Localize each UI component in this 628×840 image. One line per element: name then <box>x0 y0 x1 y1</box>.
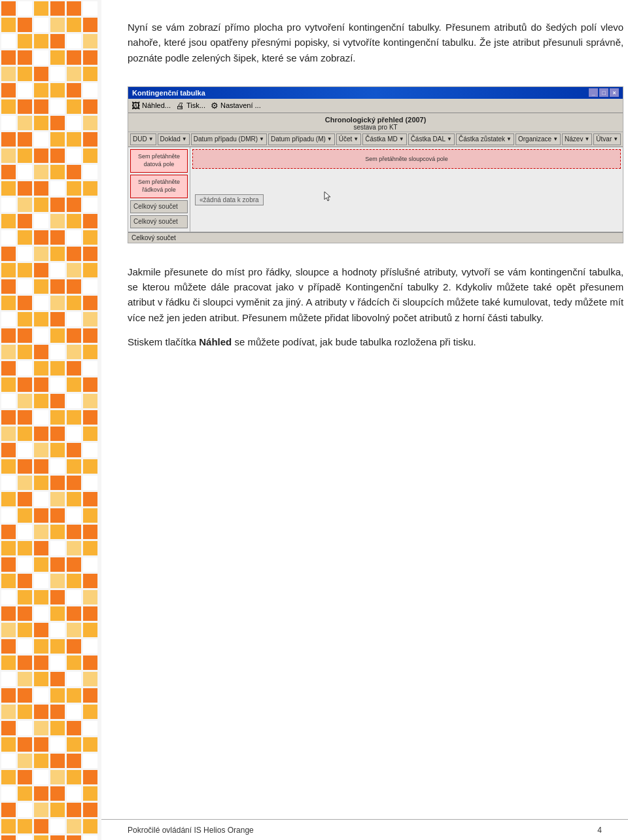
grid-cell <box>1 557 16 572</box>
grid-cell <box>50 312 65 326</box>
col-hdr-doklad[interactable]: Doklad ▼ <box>158 133 190 145</box>
grid-cell <box>83 590 97 604</box>
maximize-button[interactable]: □ <box>599 88 608 97</box>
settings-icon: ⚙ <box>211 101 218 111</box>
grid-cell <box>34 656 48 670</box>
grid-cell <box>1 508 16 523</box>
grid-cell <box>67 263 81 277</box>
grid-cell <box>67 737 81 752</box>
grid-cell <box>1 574 16 588</box>
drag-data-area: «žádná data k zobra <box>192 171 621 230</box>
grid-cell <box>34 835 48 840</box>
drag-total-left2: Celkový součet <box>130 215 188 228</box>
close-button[interactable]: × <box>610 88 619 97</box>
grid-cell <box>83 99 97 114</box>
drag-row2-field[interactable]: Sem přetáhněte řádková pole <box>130 175 188 198</box>
grid-cell <box>50 459 65 474</box>
col-hdr-castka-md[interactable]: Částka MD ▼ <box>362 133 406 145</box>
grid-cell <box>34 377 48 392</box>
grid-cell <box>67 328 81 343</box>
grid-cell <box>34 50 48 65</box>
grid-cell <box>1 50 16 65</box>
grid-cell <box>1 361 16 376</box>
grid-cell <box>18 394 32 408</box>
grid-cell <box>50 770 65 784</box>
col-hdr-nazev[interactable]: Název ▼ <box>562 133 592 145</box>
grid-cell <box>50 557 65 572</box>
grid-cell <box>1 1 16 16</box>
grid-cell <box>83 312 97 326</box>
grid-cell <box>83 525 97 539</box>
grid-cell <box>67 34 81 48</box>
grid-cell <box>34 443 48 457</box>
col-hdr-datum-m[interactable]: Datum případu (M) ▼ <box>268 133 335 145</box>
grid-cell <box>1 165 16 179</box>
total-bottom-label: Celkový součet <box>131 234 176 241</box>
grid-cell <box>67 688 81 703</box>
grid-cell <box>83 50 97 65</box>
grid-cell <box>1 492 16 506</box>
grid-cell <box>1 786 16 801</box>
grid-cell <box>34 410 48 425</box>
grid-cell <box>67 541 81 555</box>
grid-cell <box>67 247 81 261</box>
drag-row-field[interactable]: Sem přetáhněte datová pole <box>130 149 188 173</box>
col-hdr-datum-dmr[interactable]: Datum případu (DMR) ▼ <box>191 133 267 145</box>
grid-cell <box>50 67 65 81</box>
toolbar-preview-button[interactable]: 🖼 Náhled... <box>131 101 171 111</box>
grid-cell <box>83 492 97 506</box>
col-castka-md-arrow: ▼ <box>399 136 404 142</box>
col-hdr-dud[interactable]: DUD ▼ <box>130 133 156 145</box>
col-hdr-castka-zustatek-label: Částka zůstatek <box>459 135 505 143</box>
toolbar-print-button[interactable]: 🖨 Tisk... <box>176 101 205 111</box>
drag-total-left: Celkový součet <box>130 200 188 213</box>
window-title: Kontingenční tabulka <box>132 89 205 97</box>
col-hdr-castka-zustatek[interactable]: Částka zůstatek ▼ <box>456 133 514 145</box>
grid-cell <box>50 99 65 114</box>
grid-cell <box>50 705 65 719</box>
grid-cell <box>18 279 32 294</box>
window-titlebar: Kontingenční tabulka _ □ × <box>128 87 623 99</box>
minimize-button[interactable]: _ <box>589 88 598 97</box>
report-subtitle: sestava pro KT <box>128 124 623 131</box>
grid-cell <box>18 492 32 506</box>
grid-cell <box>34 688 48 703</box>
grid-cell <box>67 377 81 392</box>
grid-cell <box>83 247 97 261</box>
grid-cell <box>83 165 97 179</box>
grid-cell <box>34 198 48 212</box>
grid-cell <box>50 116 65 130</box>
grid-cell <box>34 606 48 621</box>
col-hdr-ucet[interactable]: Účet ▼ <box>336 133 361 145</box>
grid-cell <box>18 149 32 163</box>
grid-cell <box>83 18 97 32</box>
drag-row2-field-label: Sem přetáhněte řádková pole <box>133 179 184 194</box>
grid-cell <box>67 181 81 196</box>
grid-cell <box>34 312 48 326</box>
grid-cell <box>83 754 97 768</box>
grid-cell <box>1 116 16 130</box>
grid-cell <box>34 230 48 245</box>
footer-left: Pokročilé ovládání IS Helios Orange <box>128 826 254 835</box>
grid-cell <box>18 361 32 376</box>
grid-cell <box>18 623 32 637</box>
col-hdr-castka-dal[interactable]: Částka DAL ▼ <box>408 133 455 145</box>
grid-cell <box>67 803 81 817</box>
grid-cell <box>67 1 81 16</box>
toolbar-settings-button[interactable]: ⚙ Nastavení ... <box>211 101 261 111</box>
grid-cell <box>34 247 48 261</box>
grid-cell <box>67 394 81 408</box>
col-hdr-utvar[interactable]: Útvar ▼ <box>593 133 621 145</box>
grid-cell <box>83 770 97 784</box>
grid-cell <box>83 476 97 490</box>
grid-cell <box>1 623 16 637</box>
grid-cell <box>50 476 65 490</box>
drag-col-field[interactable]: Sem přetáhněte sloupcová pole <box>192 149 621 169</box>
grid-cell <box>83 198 97 212</box>
grid-cell <box>67 296 81 310</box>
grid-cell <box>50 296 65 310</box>
grid-cell <box>50 1 65 16</box>
grid-cell <box>83 803 97 817</box>
grid-cell <box>18 672 32 686</box>
col-hdr-organizace[interactable]: Organizace ▼ <box>515 133 561 145</box>
